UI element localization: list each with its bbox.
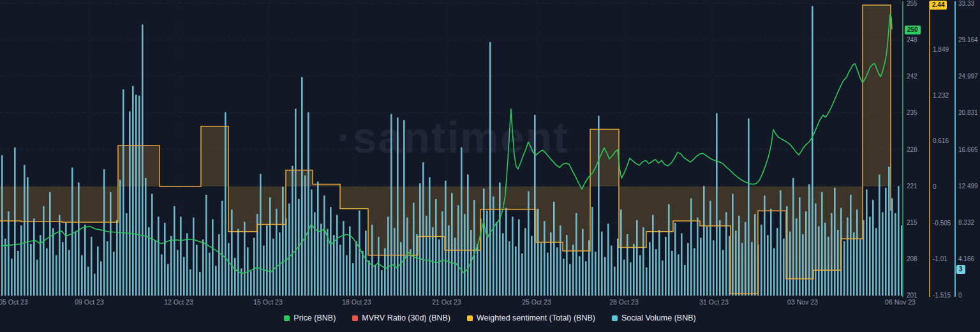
date-tick-label: 25 Oct 23 (522, 298, 551, 306)
legend-item-social-volume[interactable]: Social Volume (BNB) (612, 313, 696, 322)
sentiment-value-badge: 2.44 (930, 1, 947, 10)
sentiment-axis-line (929, 1, 930, 297)
legend-label: Social Volume (BNB) (621, 313, 696, 322)
volume-axis-line (954, 1, 956, 297)
axis-tick-label: 248 (907, 36, 917, 43)
legend: Price (BNB) MVRV Ratio (30d) (BNB) Weigh… (0, 313, 980, 322)
axis-tick-label: 1.849 (933, 46, 949, 53)
price-value-badge: 250 (905, 26, 921, 34)
legend-item-price[interactable]: Price (BNB) (284, 313, 336, 322)
axis-tick-label: 242 (907, 73, 917, 80)
axis-tick-label: -1.01 (933, 255, 947, 262)
axis-tick-label: 33.33 (958, 0, 974, 7)
date-tick-label: 31 Oct 23 (699, 298, 729, 306)
date-tick-label: 18 Oct 23 (342, 298, 371, 306)
santiment-watermark: ·santiment (337, 112, 569, 162)
axis-tick-label: 12.499 (958, 183, 978, 190)
axis-tick-label: 0 (933, 183, 937, 190)
volume-value-badge: 3 (956, 265, 965, 274)
date-tick-label: 15 Oct 23 (253, 298, 283, 306)
axis-tick-label: 228 (907, 146, 917, 153)
axis-tick-label: 24.997 (958, 73, 978, 80)
legend-label: Weighted sentiment (Total) (BNB) (477, 313, 595, 322)
legend-item-mvrv[interactable]: MVRV Ratio (30d) (BNB) (352, 313, 450, 322)
axis-tick-label: 16.665 (958, 146, 978, 153)
axis-tick-label: 255 (907, 0, 917, 7)
legend-label: Price (BNB) (293, 313, 336, 322)
axis-tick-label: 29.164 (958, 36, 978, 43)
sentiment-swatch-icon (467, 315, 473, 321)
axis-tick-label: 208 (907, 255, 917, 262)
date-tick-label: 05 Oct 23 (0, 298, 28, 306)
axis-tick-label: -0.505 (933, 220, 951, 227)
date-tick-label: 21 Oct 23 (432, 298, 461, 306)
axis-tick-label: 0.616 (933, 137, 949, 144)
date-tick-label: 09 Oct 23 (75, 298, 104, 306)
axis-tick-label: 1.232 (933, 92, 949, 99)
date-tick-label: 03 Nov 23 (787, 298, 818, 306)
mvrv-swatch-icon (352, 315, 358, 321)
legend-label: MVRV Ratio (30d) (BNB) (362, 313, 450, 322)
date-tick-label: 28 Oct 23 (609, 298, 639, 306)
price-swatch-icon (284, 315, 290, 321)
date-tick-label: 12 Oct 23 (164, 298, 193, 306)
axis-tick-label: 20.831 (958, 109, 978, 116)
axis-tick-label: 235 (907, 109, 917, 116)
price-axis-line (902, 1, 903, 297)
axis-tick-label: 215 (907, 219, 917, 226)
axis-tick-label: 8.332 (958, 219, 974, 226)
chart-container: ·santiment 255248242235228221215208201 1… (0, 0, 980, 332)
axis-tick-label: 221 (907, 183, 917, 190)
date-axis: 05 Oct 2309 Oct 2312 Oct 2315 Oct 2318 O… (0, 298, 980, 308)
date-tick-label: 06 Nov 23 (885, 298, 916, 306)
legend-item-sentiment[interactable]: Weighted sentiment (Total) (BNB) (467, 313, 595, 322)
axis-tick-label: 4.166 (958, 255, 974, 262)
social-volume-swatch-icon (612, 315, 618, 321)
